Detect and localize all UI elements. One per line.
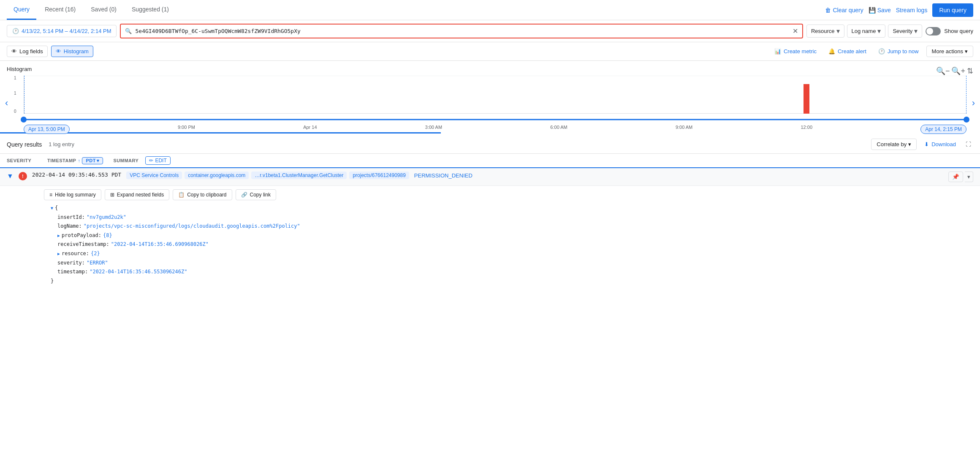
search-box: 🔍 ✕ (120, 24, 803, 38)
log-tags-container: VPC Service Controls container.googleapi… (126, 172, 943, 179)
more-actions-button[interactable]: More actions ▾ (926, 46, 973, 57)
query-results-title: Query results (7, 141, 42, 148)
tag-container[interactable]: container.googleapis.com (185, 172, 249, 179)
slider-left-handle[interactable] (21, 117, 27, 123)
search-input[interactable] (135, 28, 789, 34)
time-label-3am: 3:00 AM (425, 125, 442, 134)
summary-icon: ≡ (49, 192, 52, 198)
log-json-view: ▼ { insertId: "nv7gumd2u2k" logName: "pr… (27, 204, 973, 286)
histogram-section: Histogram 🔍− 🔍+ ⇅ ‹ › 1 1 0 (0, 61, 980, 131)
time-label-9am: 9:00 AM (676, 125, 692, 134)
download-button[interactable]: ⬇ Download (920, 139, 960, 150)
tag-vpc[interactable]: VPC Service Controls (126, 172, 182, 179)
metric-icon: 📊 (774, 48, 781, 55)
histogram-container: ‹ › 1 1 0 Ap (14, 76, 966, 131)
eye-off-icon: 👁 (11, 48, 17, 55)
clock-icon: 🕐 (878, 48, 885, 55)
severity-filter[interactable]: Severity ▾ (888, 25, 922, 38)
copy-to-clipboard-button[interactable]: 📋 Copy to clipboard (173, 189, 232, 200)
tab-suggested[interactable]: Suggested (1) (125, 0, 176, 20)
insert-id-value: "nv7gumd2u2k" (87, 213, 126, 222)
chevron-down-icon: ▾ (965, 48, 968, 55)
col-timestamp-header[interactable]: TIMESTAMP ↑ PDT ▾ (47, 157, 103, 164)
toolbar-row: 👁 Log fields 👁 Histogram 📊 Create metric… (0, 42, 980, 61)
proto-payload-expand[interactable]: ▶ (57, 232, 60, 240)
slider-right-handle[interactable] (964, 117, 969, 123)
log-fields-chip[interactable]: 👁 Log fields (7, 46, 48, 57)
zoom-in-button[interactable]: 🔍+ (951, 66, 965, 76)
sort-asc-icon: ↑ (78, 158, 80, 163)
col-severity-header: SEVERITY (7, 158, 41, 163)
correlate-by-button[interactable]: Correlate by ▾ (871, 139, 917, 150)
query-results-header: Query results 1 log entry Correlate by ▾… (0, 135, 980, 154)
time-range-picker[interactable]: 🕐 4/13/22, 5:14 PM – 4/14/22, 2:14 PM (7, 25, 117, 37)
time-label-9pm: 9:00 PM (178, 125, 195, 134)
save-button[interactable]: 💾 Save (869, 7, 891, 14)
hide-log-summary-button[interactable]: ≡ Hide log summary (44, 189, 101, 200)
create-metric-button[interactable]: 📊 Create metric (770, 46, 821, 57)
logname-filter[interactable]: Log name ▾ (847, 25, 886, 38)
histogram-nav-left[interactable]: ‹ (5, 98, 8, 109)
clear-search-icon[interactable]: ✕ (793, 27, 798, 35)
clear-query-button[interactable]: 🗑 Clear query (825, 7, 863, 14)
tab-query[interactable]: Query (7, 0, 36, 20)
resource-value: {2} (91, 249, 100, 259)
search-row: 🕐 4/13/22, 5:14 PM – 4/14/22, 2:14 PM 🔍 … (0, 20, 980, 42)
pdt-chip[interactable]: PDT ▾ (82, 157, 103, 164)
time-label-apr14: Apr 14 (303, 125, 317, 134)
edit-columns-button[interactable]: ✏ EDIT (145, 156, 170, 165)
chevron-down-icon: ▾ (908, 141, 911, 147)
log-timestamp: 2022-04-14 09:35:46.553 PDT (32, 172, 121, 178)
histogram-nav-right[interactable]: › (972, 98, 975, 109)
download-icon: ⬇ (924, 141, 929, 147)
copy-link-button[interactable]: 🔗 Copy link (236, 189, 276, 200)
trash-icon: 🗑 (825, 7, 831, 14)
proto-payload-value: {8} (103, 231, 112, 240)
top-tabs-bar: Query Recent (16) Saved (0) Suggested (1… (0, 0, 980, 20)
time-start-pill[interactable]: Apr 13, 5:00 PM (24, 125, 70, 134)
jump-to-now-button[interactable]: 🕐 Jump to now (874, 46, 923, 57)
save-icon: 💾 (869, 7, 876, 14)
expand-tri-root[interactable]: ▼ (51, 204, 53, 212)
chevron-down-icon: ▾ (914, 27, 918, 35)
more-log-options-button[interactable]: ▾ (965, 172, 973, 182)
time-label-6am: 6:00 AM (550, 125, 567, 134)
log-entry-row: ▼ ! 2022-04-14 09:35:46.553 PDT VPC Serv… (0, 168, 980, 186)
histogram-chip[interactable]: 👁 Histogram (51, 46, 93, 57)
receive-timestamp-value[interactable]: "2022-04-14T16:35:46.690968026Z" (111, 240, 209, 249)
tab-saved[interactable]: Saved (0) (84, 0, 123, 20)
col-summary-header: SUMMARY (113, 158, 138, 163)
permission-denied-label: PERMISSION_DENIED (414, 172, 472, 179)
pencil-icon: ✏ (149, 158, 153, 164)
tab-recent[interactable]: Recent (16) (38, 0, 82, 20)
histogram-bar (804, 84, 809, 114)
resource-filter[interactable]: Resource ▾ (806, 25, 844, 38)
tag-cluster[interactable]: …r.v1beta1.ClusterManager.GetCluster (251, 172, 347, 179)
zoom-out-button[interactable]: 🔍− (936, 66, 950, 76)
resource-expand[interactable]: ▶ (57, 250, 60, 258)
fullscreen-button[interactable]: ⛶ (964, 139, 973, 150)
expand-nested-fields-button[interactable]: ⊞ Expand nested fields (105, 189, 169, 200)
pin-log-button[interactable]: 📌 (948, 172, 963, 182)
row-expand-button[interactable]: ▼ (7, 172, 14, 180)
table-header: SEVERITY TIMESTAMP ↑ PDT ▾ SUMMARY ✏ EDI… (0, 154, 980, 168)
expand-chart-button[interactable]: ⇅ (967, 66, 973, 76)
search-icon: 🔍 (125, 28, 132, 34)
chevron-down-icon: ▾ (877, 27, 881, 35)
chevron-down-icon: ▾ (836, 27, 840, 35)
toggle-thumb (926, 28, 933, 35)
clock-icon: 🕐 (12, 28, 19, 34)
time-end-pill[interactable]: Apr 14, 2:15 PM (920, 125, 966, 134)
log-name-value[interactable]: "projects/vpc-sc-misconfigured/logs/clou… (84, 222, 300, 231)
tag-project[interactable]: projects/676612490989 (349, 172, 409, 179)
chevron-down-icon: ▾ (97, 158, 100, 164)
log-detail-actions-bar: ≡ Hide log summary ⊞ Expand nested field… (20, 186, 973, 204)
histogram-title: Histogram (7, 66, 32, 72)
expand-icon: ⊞ (110, 192, 114, 198)
run-query-button[interactable]: Run query (932, 3, 973, 17)
create-alert-button[interactable]: 🔔 Create alert (824, 46, 871, 57)
timestamp-value[interactable]: "2022-04-14T16:35:46.553096246Z" (90, 267, 187, 277)
clipboard-icon: 📋 (178, 192, 185, 198)
show-query-toggle[interactable] (926, 27, 941, 35)
stream-logs-button[interactable]: Stream logs (896, 7, 928, 14)
